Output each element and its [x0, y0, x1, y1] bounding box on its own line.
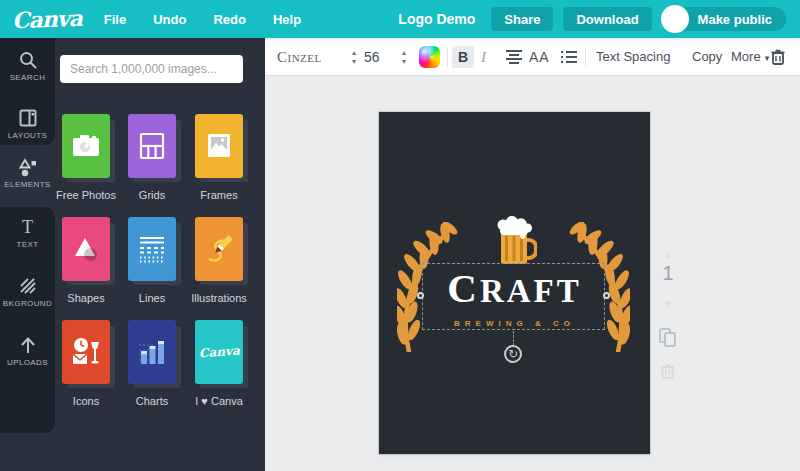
- more-button[interactable]: More▾: [731, 38, 769, 77]
- pencil-icon: [203, 233, 235, 265]
- tile-label: Illustrations: [184, 292, 254, 304]
- text-spacing-button[interactable]: Text Spacing: [596, 38, 670, 76]
- delete-page-icon[interactable]: [661, 364, 674, 379]
- text-icon: T: [0, 217, 55, 237]
- text-toolbar: Cinzel ▴▾ 56 ▴▾ B I AA Text Spacing Copy…: [265, 38, 800, 76]
- tile-label: Charts: [117, 395, 187, 407]
- sidebar-label: SEARCH: [0, 73, 55, 82]
- uppercase-button[interactable]: AA: [529, 38, 550, 76]
- download-button[interactable]: Download: [563, 7, 651, 31]
- font-size-value[interactable]: 56: [364, 38, 380, 76]
- sidebar-item-layouts[interactable]: LAYOUTS: [0, 108, 55, 140]
- menu-redo[interactable]: Redo: [213, 12, 246, 27]
- sidebar-item-background[interactable]: BKGROUND: [0, 276, 55, 308]
- text-color-swatch[interactable]: [419, 46, 440, 68]
- tile-grids[interactable]: Grids: [128, 114, 176, 201]
- tile-lines[interactable]: Lines: [128, 217, 176, 304]
- toolbar-divider: [585, 47, 586, 67]
- canva-logo[interactable]: Canva: [12, 5, 83, 33]
- stepper-up-icon: ▴: [352, 48, 356, 57]
- italic-button[interactable]: I: [481, 38, 486, 76]
- caret-down-icon: ▾: [765, 53, 770, 63]
- tile-shapes[interactable]: Shapes: [62, 217, 110, 304]
- frame-icon: [204, 131, 234, 161]
- tile-charts[interactable]: Charts: [128, 320, 176, 407]
- logo-title-text[interactable]: CRAFT: [379, 269, 650, 310]
- sidebar-label: ELEMENTS: [0, 180, 55, 189]
- tile-label: Shapes: [51, 292, 121, 304]
- stepper-up-icon: ▴: [402, 48, 406, 57]
- share-button[interactable]: Share: [491, 7, 553, 31]
- logo-subtitle-text[interactable]: BREWING & CO: [379, 319, 650, 328]
- sidebar-label: LAYOUTS: [0, 131, 55, 140]
- tile-free-photos[interactable]: Free Photos: [62, 114, 110, 201]
- lines-icon: [137, 234, 167, 264]
- tile-icons[interactable]: Icons: [62, 320, 110, 407]
- list-icon[interactable]: [561, 51, 577, 63]
- topbar-right: Logo Demo Share Download Make public: [398, 7, 786, 31]
- sidebar-label: BKGROUND: [0, 299, 55, 308]
- page-number: 1: [654, 262, 682, 285]
- canva-script-icon: Canva: [198, 344, 240, 361]
- elements-panel: Free Photos Grids Frames Shapes Lines: [55, 38, 265, 471]
- grid-icon: [137, 131, 167, 161]
- tile-label: Free Photos: [51, 189, 121, 201]
- font-family-stepper[interactable]: ▴▾: [349, 48, 359, 66]
- sidebar-item-elements[interactable]: ELEMENTS: [0, 157, 55, 189]
- menu-file[interactable]: File: [104, 12, 126, 27]
- pictogram-icon: [70, 336, 102, 368]
- sidebar-item-text[interactable]: T TEXT: [0, 217, 55, 249]
- toolbar-divider: [447, 47, 448, 67]
- design-canvas[interactable]: CRAFT BREWING & CO ↻: [379, 112, 650, 454]
- topbar: Canva File Undo Redo Help Logo Demo Shar…: [0, 0, 800, 38]
- bar-chart-icon: [137, 337, 167, 367]
- layouts-icon: [18, 108, 38, 128]
- duplicate-page-icon[interactable]: [659, 328, 676, 347]
- tile-illustrations[interactable]: Illustrations: [195, 217, 243, 304]
- tile-label: Grids: [117, 189, 187, 201]
- menu-help[interactable]: Help: [273, 12, 301, 27]
- move-page-up-icon[interactable]: ▲: [654, 248, 682, 260]
- bold-button[interactable]: B: [452, 46, 474, 68]
- top-menu: File Undo Redo Help: [104, 12, 301, 27]
- menu-undo[interactable]: Undo: [153, 12, 186, 27]
- tile-label: I ♥ Canva: [184, 395, 254, 407]
- tile-label: Frames: [184, 189, 254, 201]
- sidebar-item-search[interactable]: SEARCH: [0, 50, 55, 82]
- font-size-stepper[interactable]: ▴▾: [399, 48, 409, 66]
- search-icon: [18, 50, 38, 70]
- stepper-down-icon: ▾: [352, 57, 356, 66]
- delete-icon[interactable]: [771, 49, 785, 65]
- beer-mug-icon[interactable]: [493, 216, 537, 266]
- shapes-icon: [71, 235, 101, 263]
- rotate-connector: [513, 331, 514, 346]
- sidebar-rail: SEARCH LAYOUTS ELEMENTS T TEXT BKGROUND …: [0, 38, 55, 471]
- elements-icon: [18, 157, 38, 177]
- make-public-label: Make public: [698, 12, 772, 27]
- text-align-icon[interactable]: [506, 50, 522, 64]
- camera-icon: [71, 132, 101, 160]
- move-page-down-icon[interactable]: ▼: [654, 298, 682, 310]
- background-icon: [18, 276, 38, 296]
- stepper-down-icon: ▾: [402, 57, 406, 66]
- sidebar-label: TEXT: [0, 240, 55, 249]
- tile-label: Icons: [51, 395, 121, 407]
- document-title[interactable]: Logo Demo: [398, 11, 475, 27]
- avatar: [661, 5, 689, 33]
- tile-i-love-canva[interactable]: Canva I ♥ Canva: [195, 320, 243, 407]
- copy-button[interactable]: Copy: [692, 38, 722, 76]
- make-public-button[interactable]: Make public: [662, 7, 786, 31]
- search-input[interactable]: [60, 55, 243, 83]
- tile-frames[interactable]: Frames: [195, 114, 243, 201]
- sidebar-item-uploads[interactable]: UPLOADS: [0, 335, 55, 367]
- workspace: CRAFT BREWING & CO ↻ ▲ 1 ▼: [265, 76, 800, 471]
- font-family-select[interactable]: Cinzel: [277, 38, 322, 76]
- rotate-handle[interactable]: ↻: [504, 345, 522, 363]
- uploads-icon: [18, 335, 38, 355]
- tile-label: Lines: [117, 292, 187, 304]
- sidebar-label: UPLOADS: [0, 358, 55, 367]
